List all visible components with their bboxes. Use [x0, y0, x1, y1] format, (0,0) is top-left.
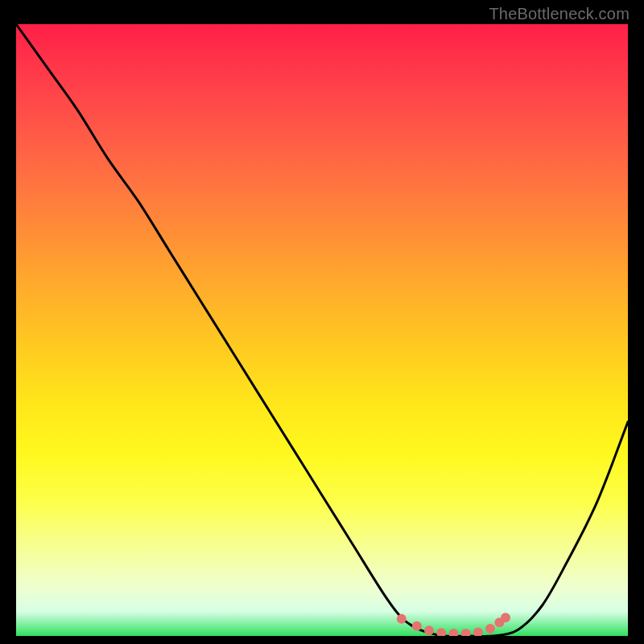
valley-marker	[485, 624, 495, 634]
valley-marker	[448, 629, 458, 636]
bottleneck-curve	[16, 24, 628, 636]
valley-marker	[397, 614, 407, 624]
plot-area	[16, 24, 628, 636]
chart-frame: TheBottleneck.com	[0, 0, 644, 644]
valley-marker	[424, 625, 434, 635]
valley-marker	[501, 613, 510, 622]
valley-marker	[412, 621, 422, 631]
watermark: TheBottleneck.com	[489, 5, 630, 23]
valley-marker	[461, 629, 471, 636]
valley-marker	[436, 628, 446, 636]
valley-marker	[473, 627, 483, 636]
